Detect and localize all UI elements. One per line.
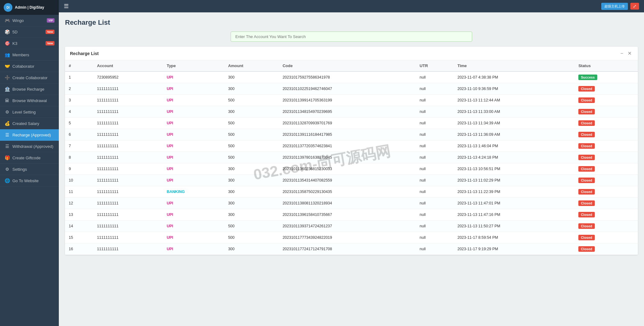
browse-recharge-label: Browse Recharge	[12, 87, 44, 92]
menu-icon[interactable]: ☰	[64, 3, 69, 10]
status-badge: Closed	[578, 166, 595, 172]
browse-withdrawal-icon: 🏛	[4, 98, 10, 103]
search-input[interactable]	[231, 32, 472, 42]
cell-amount: 500	[224, 140, 279, 152]
cell-type: UPI	[163, 221, 224, 232]
col-header-amount: Amount	[224, 60, 279, 71]
cell-type: UPI	[163, 140, 224, 152]
topbar-close-btn[interactable]: ⤢	[630, 3, 639, 10]
cell-code: 20231011328709939701769	[279, 118, 416, 129]
topbar-upload-btn[interactable]: 超级主机上传	[601, 3, 628, 10]
withdrawal-approved-icon: ☰	[4, 144, 10, 149]
cell-utr: null	[416, 175, 454, 186]
cell-utr: null	[416, 232, 454, 243]
table-card-controls: − ✕	[619, 50, 633, 56]
sidebar-item-browse-withdrawal[interactable]: 🏛Browse Withdrawal	[0, 95, 59, 106]
sidebar-header: DI Admin | DigiSlay	[0, 0, 59, 15]
table-card-title: Recharge List	[70, 51, 99, 56]
table-row: 151111111111UPI5002023101177734392482201…	[65, 232, 638, 243]
cell-account: 1111111111	[93, 209, 163, 221]
status-badge: Closed	[578, 189, 595, 195]
sidebar-item-level-setting[interactable]: ⚙Level Setting	[0, 106, 59, 118]
sidebar-item-create-collaborator[interactable]: ➕Create Collaborator	[0, 72, 59, 84]
5d-badge: New	[46, 30, 54, 34]
cell-amount: 300	[224, 163, 279, 175]
browse-recharge-icon: 🏦	[4, 87, 10, 92]
minimize-btn[interactable]: −	[619, 50, 624, 56]
cell-amount: 500	[224, 118, 279, 129]
cell-id: 13	[65, 209, 93, 221]
cell-utr: null	[416, 243, 454, 255]
cell-account: 1111111111	[93, 186, 163, 198]
create-giftcode-icon: 🎁	[4, 155, 10, 160]
topbar-right: 超级主机上传 ⤢	[601, 3, 639, 10]
cell-status: Closed	[575, 129, 638, 140]
cell-type: UPI	[163, 175, 224, 186]
cell-amount: 500	[224, 221, 279, 232]
cell-account: 1111111111	[93, 106, 163, 118]
main-area: ☰ 超级主机上传 ⤢ Recharge List Recharge List −…	[59, 0, 644, 326]
go-to-website-icon: 🌐	[4, 178, 10, 183]
sidebar-item-created-salary[interactable]: 💰Created Salary	[0, 118, 59, 129]
sidebar-item-browse-recharge[interactable]: 🏦Browse Recharge	[0, 84, 59, 95]
sidebar-item-recharge-approved[interactable]: ☰Recharge (Approved)	[0, 129, 59, 141]
cell-account: 1111111111	[93, 95, 163, 106]
cell-type: UPI	[163, 129, 224, 140]
k3-icon: 🎯	[4, 41, 10, 46]
cell-time: 2023-11-13 11:12:44 AM	[454, 95, 575, 106]
cell-code: 20231011348154970239695	[279, 106, 416, 118]
cell-id: 11	[65, 186, 93, 198]
table-row: 131111111111UPI3002023101139615841073566…	[65, 209, 638, 221]
close-btn[interactable]: ✕	[626, 50, 633, 56]
cell-utr: null	[416, 198, 454, 209]
sidebar-item-collaborator[interactable]: 🤝Collaborator	[0, 61, 59, 72]
cell-utr: null	[416, 186, 454, 198]
cell-utr: null	[416, 83, 454, 95]
create-collaborator-icon: ➕	[4, 75, 10, 80]
cell-code: 20231011358750229130435	[279, 186, 416, 198]
cell-code: 20231011354314407082559	[279, 175, 416, 186]
sidebar-item-go-to-website[interactable]: 🌐Go To Website	[0, 175, 59, 187]
sidebar-item-members[interactable]: 👥Members	[0, 49, 59, 61]
cell-time: 2023-11-13 11:47:16 PM	[454, 209, 575, 221]
table-row: 21111111111UPI30020231011022519462746047…	[65, 83, 638, 95]
cell-id: 16	[65, 243, 93, 255]
cell-id: 8	[65, 152, 93, 163]
cell-account: 1111111111	[93, 221, 163, 232]
level-setting-icon: ⚙	[4, 109, 10, 114]
cell-id: 4	[65, 106, 93, 118]
cell-code: 20231011360236815230033	[279, 163, 416, 175]
status-badge: Closed	[578, 200, 595, 206]
col-header-time: Time	[454, 60, 575, 71]
table-row: 61111111111UPI50020231011391116184417985…	[65, 129, 638, 140]
5d-icon: 🎲	[4, 29, 10, 34]
cell-id: 5	[65, 118, 93, 129]
cell-status: Closed	[575, 232, 638, 243]
status-badge: Closed	[578, 178, 595, 183]
cell-time: 2023-11-07 4:38:38 PM	[454, 71, 575, 83]
cell-utr: null	[416, 106, 454, 118]
sidebar-item-k3[interactable]: 🎯K3New	[0, 38, 59, 49]
cell-account: 1111111111	[93, 163, 163, 175]
sidebar-item-withdrawal-approved[interactable]: ☰Withdrawal (Approved)	[0, 141, 59, 152]
cell-time: 2023-11-13 10:56:51 PM	[454, 163, 575, 175]
cell-time: 2023-11-10 9:36:59 PM	[454, 83, 575, 95]
sidebar-item-create-giftcode[interactable]: 🎁Create Giftcode	[0, 152, 59, 164]
cell-account: 1111111111	[93, 140, 163, 152]
cell-status: Closed	[575, 152, 638, 163]
create-collaborator-label: Create Collaborator	[12, 75, 47, 80]
cell-amount: 300	[224, 198, 279, 209]
sidebar-item-5d[interactable]: 🎲5DNew	[0, 26, 59, 38]
cell-type: UPI	[163, 163, 224, 175]
table-row: 91111111111UPI30020231011360236815230033…	[65, 163, 638, 175]
table-row: 141111111111UPI5002023101139371472426123…	[65, 221, 638, 232]
cell-code: 20231011777343924822019	[279, 232, 416, 243]
col-header-utr: UTR	[416, 60, 454, 71]
cell-code: 20231011380811320218934	[279, 198, 416, 209]
cell-utr: null	[416, 129, 454, 140]
sidebar-item-wingo[interactable]: 🎮WingoVIP	[0, 15, 59, 26]
col-header-code: Code	[279, 60, 416, 71]
cell-account: 1111111111	[93, 243, 163, 255]
sidebar-item-settings[interactable]: ⚙Settings	[0, 164, 59, 175]
status-badge: Closed	[578, 212, 595, 217]
